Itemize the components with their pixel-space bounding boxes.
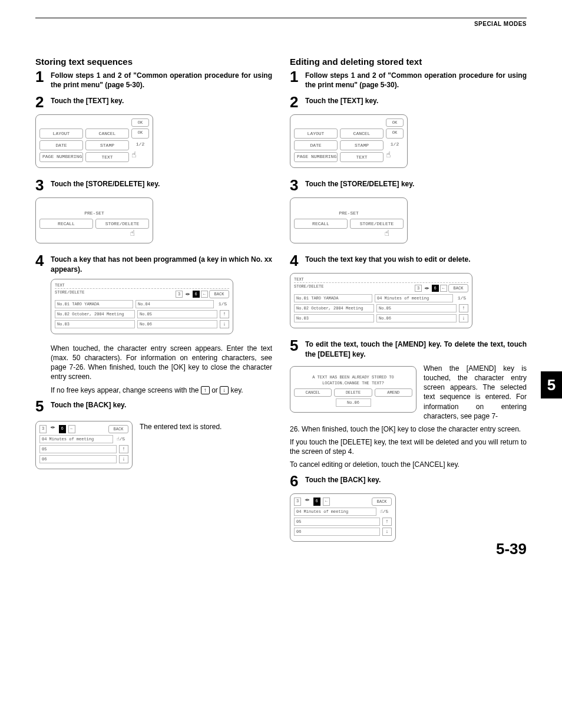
chapter-tab: 5 bbox=[541, 371, 562, 398]
date-button[interactable]: DATE bbox=[39, 140, 83, 150]
screen-print-menu: OK LAYOUT CANCEL OK DATE STAMP 1/2 PAGE … bbox=[35, 114, 153, 168]
step-number: 1 bbox=[290, 69, 302, 84]
left-step4: Touch a key that has not been programmed… bbox=[51, 253, 272, 274]
ok-button[interactable]: OK bbox=[386, 129, 404, 139]
left-column: Storing text sequences 1 Follow steps 1 … bbox=[35, 57, 272, 551]
date-button[interactable]: DATE bbox=[294, 140, 338, 150]
list-item: No.06 bbox=[336, 398, 371, 407]
screen-back-list: 3◄►6← BACK 04 Minutes of meeting ☝/5 05 … bbox=[290, 493, 396, 542]
list-item[interactable]: 04 Minutes of meeting bbox=[39, 435, 113, 443]
page-fraction: 1/2 bbox=[386, 140, 404, 150]
screen-print-menu: OK LAYOUT CANCEL OK DATE STAMP 1/2 PAGE … bbox=[290, 114, 408, 168]
layout-button[interactable]: LAYOUT bbox=[39, 129, 83, 139]
screen-preset: PRE-SET RECALL STORE/DELETE ☝ bbox=[290, 197, 408, 243]
stamp-button[interactable]: STAMP bbox=[85, 140, 129, 150]
text-button[interactable]: TEXT bbox=[85, 152, 129, 162]
step-number: 4 bbox=[35, 253, 47, 268]
right-body5c: To cancel editing or deletion, touch the… bbox=[290, 460, 527, 469]
screen-edit-list: TEXT STORE/DELETE 3◄►6← BACK No.01 TARO … bbox=[290, 273, 472, 328]
page-fraction: 1/5 bbox=[216, 300, 229, 308]
left-body4b: If no free keys appear, change screens w… bbox=[51, 386, 272, 395]
list-item[interactable]: No.01 TARO YAMADA bbox=[294, 294, 372, 302]
up-arrow-icon[interactable]: ↑ bbox=[382, 518, 392, 526]
step-number: 1 bbox=[35, 69, 47, 84]
list-item[interactable]: 04 Minutes of meeting bbox=[375, 294, 453, 302]
list-item[interactable]: No.03 bbox=[294, 314, 374, 322]
layout-button[interactable]: LAYOUT bbox=[294, 129, 338, 139]
back-button[interactable]: BACK bbox=[448, 284, 468, 292]
up-arrow-icon[interactable]: ↑ bbox=[220, 310, 229, 318]
list-item[interactable]: No.06 bbox=[137, 320, 217, 328]
back-button[interactable]: BACK bbox=[108, 425, 128, 433]
list-item[interactable]: 06 bbox=[294, 528, 380, 536]
left-body5: The entered text is stored. bbox=[140, 419, 272, 431]
right-step6: Touch the [BACK] key. bbox=[305, 473, 381, 485]
list-item[interactable]: No.05 bbox=[376, 304, 457, 312]
stamp-button[interactable]: STAMP bbox=[340, 140, 384, 150]
hand-pointer-icon: ☝ bbox=[386, 151, 404, 162]
screen-store-list: TEXT STORE/DELETE 3 ◄► 6 ← BACK No.01 TA… bbox=[51, 279, 233, 334]
back-button[interactable]: BACK bbox=[372, 498, 392, 506]
hand-pointer-icon: ☝ bbox=[131, 151, 149, 162]
down-arrow-icon[interactable]: ↓ bbox=[119, 455, 128, 463]
cancel-button[interactable]: CANCEL bbox=[340, 129, 384, 139]
ok-button[interactable]: OK bbox=[386, 118, 404, 127]
left-title: Storing text sequences bbox=[35, 57, 272, 67]
dialog-message: A TEXT HAS BEEN ALREADY STORED TO LOCATI… bbox=[294, 370, 412, 389]
up-arrow-icon[interactable]: ↑ bbox=[459, 304, 468, 312]
list-item[interactable]: No.02 October, 2004 Meeting bbox=[55, 310, 135, 318]
screen-amend-dialog: A TEXT HAS BEEN ALREADY STORED TO LOCATI… bbox=[290, 366, 416, 413]
page-numbering-button[interactable]: PAGE NUMBERING bbox=[294, 152, 338, 162]
screen-back-list: 3◄►6← BACK 04 Minutes of meeting ☝/5 05 … bbox=[35, 421, 133, 469]
step-number: 4 bbox=[290, 253, 302, 268]
screen-preset: PRE-SET RECALL STORE/DELETE ☝ bbox=[35, 197, 153, 243]
list-item[interactable]: No.04 bbox=[135, 300, 214, 308]
step-number: 6 bbox=[290, 473, 302, 489]
crumb-store-delete: STORE/DELETE bbox=[55, 290, 173, 297]
list-item[interactable]: 05 bbox=[294, 518, 380, 526]
delete-button[interactable]: DELETE bbox=[334, 388, 372, 397]
ok-button[interactable]: OK bbox=[131, 129, 149, 139]
recall-button[interactable]: RECALL bbox=[294, 219, 348, 229]
page-numbering-button[interactable]: PAGE NUMBERING bbox=[39, 152, 83, 162]
left-step2: Touch the [TEXT] key. bbox=[51, 94, 124, 106]
step-number: 3 bbox=[290, 177, 302, 193]
cancel-button[interactable]: CANCEL bbox=[85, 129, 129, 139]
hand-pointer-icon: ☝ bbox=[385, 229, 389, 238]
right-body5b: If you touch the [DELETE] key, the text … bbox=[290, 437, 527, 456]
hand-pointer-icon: ☝ bbox=[130, 229, 135, 238]
cancel-button[interactable]: CANCEL bbox=[294, 388, 332, 397]
right-body5-cont: 26. When finished, touch the [OK] key to… bbox=[290, 424, 527, 434]
back-button[interactable]: BACK bbox=[209, 290, 229, 298]
down-arrow-icon[interactable]: ↓ bbox=[382, 528, 392, 536]
crumb-text: TEXT bbox=[294, 277, 468, 283]
list-item[interactable]: No.05 bbox=[137, 310, 217, 318]
right-step1: Follow steps 1 and 2 of "Common operatio… bbox=[305, 69, 527, 90]
list-item[interactable]: No.06 bbox=[376, 314, 457, 322]
right-column: Editing and deleting stored text 1 Follo… bbox=[290, 57, 527, 551]
store-delete-button[interactable]: STORE/DELETE bbox=[350, 219, 404, 229]
left-body4a: When touched, the character entry screen… bbox=[51, 344, 272, 382]
right-step2: Touch the [TEXT] key. bbox=[305, 94, 378, 106]
list-item[interactable]: 06 bbox=[39, 455, 117, 463]
list-item[interactable]: No.02 October, 2004 Meeting bbox=[294, 304, 374, 312]
list-item[interactable]: No.01 TARO YAMADA bbox=[55, 300, 133, 308]
list-item[interactable]: 05 bbox=[39, 445, 117, 453]
right-title: Editing and deleting stored text bbox=[290, 57, 527, 67]
bar-3: 3 bbox=[176, 291, 183, 298]
down-arrow-icon[interactable]: ↓ bbox=[459, 314, 468, 322]
ok-button[interactable]: OK bbox=[131, 118, 149, 127]
list-item[interactable]: 04 Minutes of meeting bbox=[294, 508, 376, 516]
list-item[interactable]: No.03 bbox=[55, 320, 135, 328]
crumb-store-delete: STORE/DELETE bbox=[294, 284, 412, 291]
left-step1: Follow steps 1 and 2 of "Common operatio… bbox=[51, 69, 272, 90]
down-arrow-icon[interactable]: ↓ bbox=[220, 320, 229, 328]
left-step3: Touch the [STORE/DELETE] key. bbox=[51, 177, 160, 189]
text-button[interactable]: TEXT bbox=[340, 152, 384, 162]
amend-button[interactable]: AMEND bbox=[375, 388, 412, 397]
up-arrow-icon[interactable]: ↑ bbox=[119, 445, 128, 453]
store-delete-button[interactable]: STORE/DELETE bbox=[95, 219, 149, 229]
hand-pointer-icon: ☝/5 bbox=[379, 508, 392, 516]
step-number: 2 bbox=[35, 94, 47, 110]
recall-button[interactable]: RECALL bbox=[39, 219, 93, 229]
